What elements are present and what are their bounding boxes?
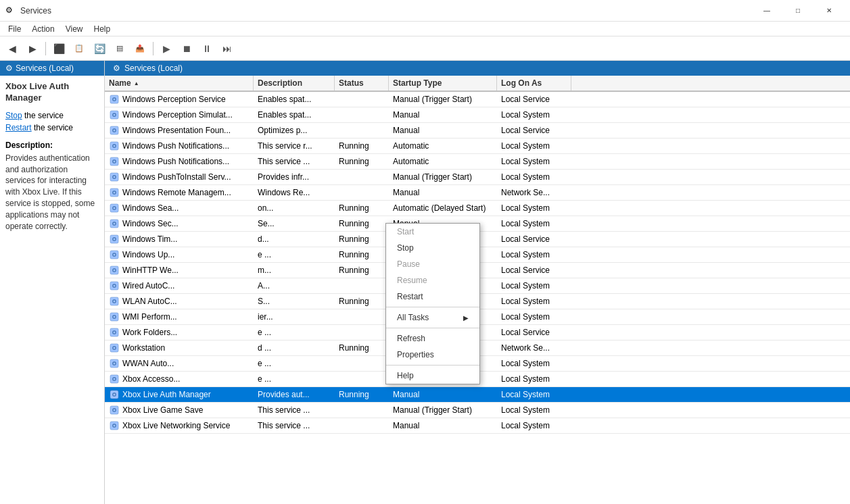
service-name: Windows Push Notifications... [122, 157, 229, 166]
table-row[interactable]: Windows Perception ServiceEnables spat..… [105, 92, 850, 107]
toolbar-stop[interactable]: ⏹ [177, 39, 196, 58]
cell-name: WinHTTP We... [105, 263, 254, 278]
table-row[interactable]: Windows Remote Managem...Windows Re...Ma… [105, 185, 850, 201]
table-row[interactable]: Windows Sea...on...RunningAutomatic (Del… [105, 201, 850, 216]
toolbar-restart[interactable]: ⏭ [218, 39, 237, 58]
toolbar-back[interactable]: ◀ [3, 39, 22, 58]
left-panel: ⚙ Services (Local) Xbox Live Auth Manage… [0, 61, 105, 504]
table-row[interactable]: Windows Push Notifications...This servic… [105, 138, 850, 154]
cell-logon: Network Se... [497, 185, 571, 200]
toolbar-refresh[interactable]: 🔄 [90, 39, 109, 58]
cell-logon: Local System [497, 294, 571, 309]
cell-description: e ... [254, 372, 335, 386]
table-row[interactable]: Windows Perception Simulat...Enables spa… [105, 107, 850, 123]
title-bar: ⚙ Services — □ ✕ [0, 0, 850, 22]
cell-description: Optimizes p... [254, 123, 335, 138]
table-row[interactable]: Xbox Live Game SaveThis service ...Manua… [105, 403, 850, 418]
left-panel-content: Xbox Live Auth Manager Stop the service … [0, 76, 104, 504]
maximize-button[interactable]: □ [782, 0, 813, 22]
cell-description: Enables spat... [254, 92, 335, 107]
cell-logon: Local System [497, 247, 571, 262]
table-row[interactable]: Xbox Live Networking ServiceThis service… [105, 418, 850, 434]
context-menu-item-refresh[interactable]: Refresh [386, 330, 479, 347]
table-row[interactable]: Windows Presentation Foun...Optimizes p.… [105, 123, 850, 138]
service-icon [109, 358, 120, 369]
service-icon [109, 125, 120, 136]
context-menu-item-pause: Pause [386, 256, 479, 272]
service-icon [109, 172, 120, 182]
stop-link[interactable]: Stop [5, 111, 22, 120]
cell-name: Xbox Live Networking Service [105, 418, 254, 433]
service-icon [109, 249, 120, 260]
context-menu-item-restart[interactable]: Restart [386, 288, 479, 305]
table-row[interactable]: Xbox Live Auth ManagerProvides aut...Run… [105, 387, 850, 403]
col-status[interactable]: Status [335, 76, 389, 91]
minimize-button[interactable]: — [751, 0, 782, 22]
left-panel-title: Services (Local) [16, 64, 74, 73]
context-menu-item-label: Stop [397, 243, 414, 253]
right-panel-icon: ⚙ [113, 64, 120, 73]
context-menu-item-help[interactable]: Help [386, 368, 479, 384]
context-menu: StartStopPauseResumeRestartAll Tasks▶Ref… [385, 223, 480, 384]
menu-action[interactable]: Action [26, 23, 60, 35]
col-startup[interactable]: Startup Type [389, 76, 497, 91]
toolbar-forward[interactable]: ▶ [23, 39, 42, 58]
cell-startup: Manual [389, 123, 497, 138]
service-icon [109, 218, 120, 229]
cell-status: Running [335, 294, 389, 309]
svg-point-20 [114, 192, 116, 194]
cell-name: WWAN Auto... [105, 356, 254, 371]
col-description[interactable]: Description [254, 76, 335, 91]
table-row[interactable]: Windows Push Notifications...This servic… [105, 154, 850, 170]
context-menu-item-label: Restart [397, 292, 423, 301]
close-button[interactable]: ✕ [813, 0, 845, 22]
cell-status [335, 403, 389, 418]
cell-name: Wired AutoC... [105, 278, 254, 293]
context-menu-item-label: Pause [397, 259, 420, 269]
cell-name: Windows Presentation Foun... [105, 123, 254, 138]
toolbar-properties[interactable]: 📋 [70, 39, 89, 58]
col-name[interactable]: Name ▲ [105, 76, 254, 91]
service-name: Windows Perception Service [122, 95, 226, 104]
cell-name: Windows PushToInstall Serv... [105, 170, 254, 184]
toolbar-export[interactable]: 📤 [131, 39, 149, 58]
context-menu-item-all-tasks[interactable]: All Tasks▶ [386, 309, 479, 326]
service-name: WMI Perform... [122, 312, 177, 322]
context-menu-item-label: All Tasks [397, 313, 429, 322]
cell-logon: Local System [497, 107, 571, 122]
cell-name: Work Folders... [105, 325, 254, 340]
context-menu-item-properties[interactable]: Properties [386, 347, 479, 363]
cell-logon: Local System [497, 387, 571, 402]
cell-description: This service ... [254, 418, 335, 433]
description-label: Description: [5, 141, 99, 150]
service-name: Xbox Live Game Save [122, 405, 203, 415]
cell-status: Running [335, 387, 389, 402]
menu-file[interactable]: File [3, 23, 26, 35]
window-controls: — □ ✕ [751, 0, 845, 22]
service-icon [109, 405, 120, 415]
cell-logon: Local System [497, 309, 571, 324]
toolbar-filter[interactable]: ▤ [110, 39, 129, 58]
context-menu-item-label: Help [397, 371, 414, 380]
table-row[interactable]: Windows PushToInstall Serv...Provides in… [105, 170, 850, 185]
menu-help[interactable]: Help [89, 23, 116, 35]
cell-status: Running [335, 138, 389, 153]
svg-point-14 [114, 161, 116, 163]
cell-description: This service ... [254, 154, 335, 169]
service-name: Windows Remote Managem... [122, 188, 231, 197]
restart-link[interactable]: Restart [5, 123, 32, 132]
cell-description: Windows Re... [254, 185, 335, 200]
toolbar-pause[interactable]: ⏸ [197, 39, 216, 58]
toolbar-start[interactable]: ▶ [157, 39, 176, 58]
toolbar-sep-2 [153, 42, 154, 55]
cell-name: WLAN AutoC... [105, 294, 254, 309]
context-menu-separator [386, 328, 479, 328]
service-icon [109, 280, 120, 291]
svg-point-17 [114, 176, 116, 178]
cell-startup: Manual [389, 185, 497, 200]
menu-view[interactable]: View [60, 23, 89, 35]
col-logon[interactable]: Log On As [497, 76, 571, 91]
context-menu-item-stop[interactable]: Stop [386, 240, 479, 256]
svg-point-38 [114, 285, 116, 287]
toolbar-show-hide[interactable]: ⬛ [49, 39, 68, 58]
